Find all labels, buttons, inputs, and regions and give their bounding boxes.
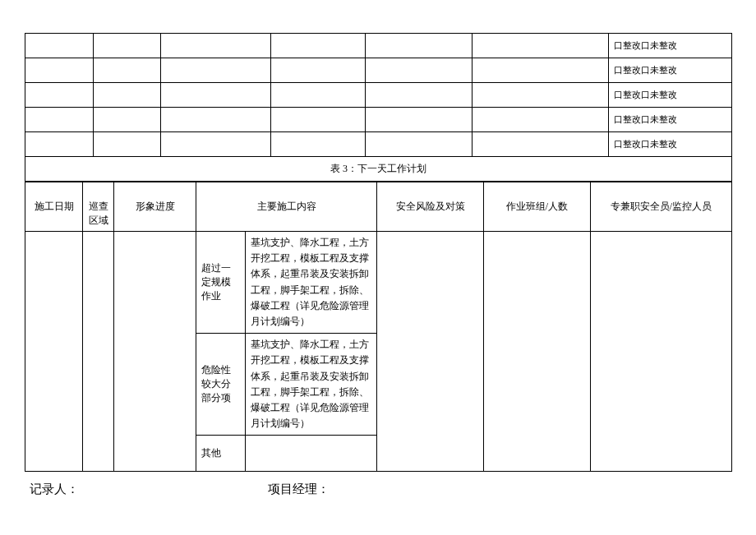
status-row: 口整改口未整改 — [25, 83, 732, 108]
signature-manager: 项目经理： — [268, 482, 330, 497]
col-progress: 形象进度 — [114, 182, 196, 232]
status-checkbox: 口整改口未整改 — [609, 58, 732, 83]
status-row: 口整改口未整改 — [25, 108, 732, 132]
status-checkbox: 口整改口未整改 — [609, 34, 732, 58]
col-safety: 专兼职安全员/监控人员 — [591, 182, 732, 232]
signature-recorder: 记录人： — [30, 482, 268, 497]
status-checkbox: 口整改口未整改 — [609, 108, 732, 132]
plan-header-row: 施工日期 巡查区域 形象进度 主要施工内容 安全风险及对策 作业班组/人数 专兼… — [25, 182, 732, 232]
col-date: 施工日期 — [25, 182, 83, 232]
section-header-row: 表 3：下一天工作计划 — [25, 157, 732, 182]
col-area: 巡查区域 — [83, 182, 114, 232]
content-desc: 基坑支护、降水工程，土方开挖工程，模板工程及支撑体系，起重吊装及安装拆卸工程，脚… — [246, 334, 377, 436]
status-row: 口整改口未整改 — [25, 34, 732, 58]
status-checkbox: 口整改口未整改 — [609, 132, 732, 157]
col-content: 主要施工内容 — [196, 182, 377, 232]
content-desc: 基坑支护、降水工程，土方开挖工程，模板工程及支撑体系，起重吊装及安装拆卸工程，脚… — [246, 232, 377, 334]
sub-label: 超过一定规模作业 — [196, 232, 246, 334]
content-desc — [246, 436, 377, 472]
plan-table: 施工日期 巡查区域 形象进度 主要施工内容 安全风险及对策 作业班组/人数 专兼… — [25, 182, 732, 472]
sub-label: 危险性较大分部分项 — [196, 334, 246, 436]
section-header: 表 3：下一天工作计划 — [25, 157, 732, 182]
col-team: 作业班组/人数 — [484, 182, 591, 232]
status-row: 口整改口未整改 — [25, 132, 732, 157]
top-status-table: 口整改口未整改 口整改口未整改 口整改口未整改 口整改口未整改 口整改口未整改 … — [25, 33, 732, 182]
signature-row: 记录人： 项目经理： — [25, 482, 731, 497]
plan-row: 超过一定规模作业 基坑支护、降水工程，土方开挖工程，模板工程及支撑体系，起重吊装… — [25, 232, 732, 334]
status-row: 口整改口未整改 — [25, 58, 732, 83]
col-risk: 安全风险及对策 — [377, 182, 484, 232]
sub-label: 其他 — [196, 436, 246, 472]
status-checkbox: 口整改口未整改 — [609, 83, 732, 108]
